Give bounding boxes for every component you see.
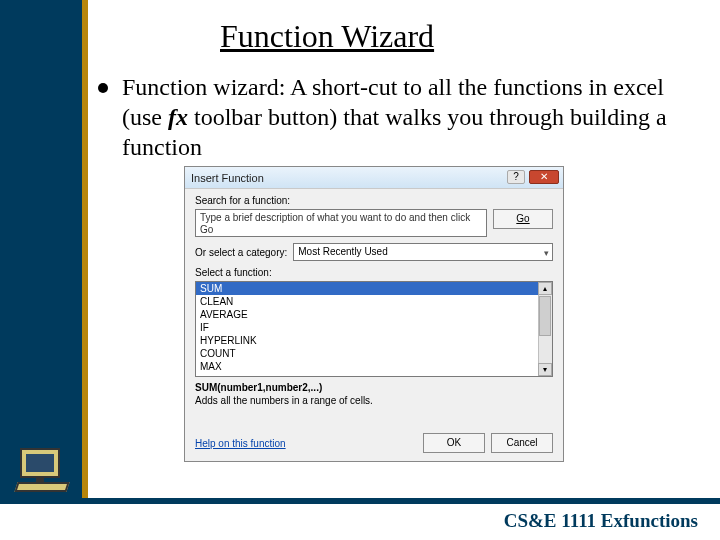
- bullet-post: toolbar button) that walks you through b…: [122, 104, 667, 160]
- insert-function-dialog: Insert Function ? ✕ Search for a functio…: [184, 166, 564, 462]
- category-label: Or select a category:: [195, 247, 287, 258]
- select-function-label: Select a function:: [195, 267, 553, 278]
- bullet-text: Function wizard: A short-cut to all the …: [122, 72, 678, 162]
- list-item[interactable]: AVERAGE: [196, 308, 552, 321]
- fx-emphasis: fx: [168, 104, 188, 130]
- bottom-band: [0, 498, 720, 504]
- dialog-footer: Help on this function OK Cancel: [195, 433, 553, 453]
- category-select[interactable]: Most Recently Used: [293, 243, 553, 261]
- slide-footer: CS&E 1111 Exfunctions: [504, 510, 698, 532]
- category-row: Or select a category: Most Recently Used: [195, 243, 553, 261]
- left-sidebar: [0, 0, 82, 498]
- dialog-body: Search for a function: Type a brief desc…: [185, 189, 563, 418]
- monitor-icon: [20, 448, 60, 478]
- dialog-title: Insert Function: [191, 172, 264, 184]
- list-item[interactable]: SUM: [196, 282, 552, 295]
- list-item[interactable]: COUNT: [196, 347, 552, 360]
- bullet-dot-icon: [98, 83, 108, 93]
- help-link[interactable]: Help on this function: [195, 438, 286, 449]
- go-button[interactable]: Go: [493, 209, 553, 229]
- search-input[interactable]: Type a brief description of what you wan…: [195, 209, 487, 237]
- list-item[interactable]: MAX: [196, 360, 552, 373]
- list-item[interactable]: IF: [196, 321, 552, 334]
- scroll-up-icon[interactable]: ▴: [538, 282, 552, 295]
- function-listbox[interactable]: SUM CLEAN AVERAGE IF HYPERLINK COUNT MAX…: [195, 281, 553, 377]
- dialog-titlebar[interactable]: Insert Function ? ✕: [185, 167, 563, 189]
- search-label: Search for a function:: [195, 195, 553, 206]
- function-description: Adds all the numbers in a range of cells…: [195, 395, 553, 406]
- list-item[interactable]: CLEAN: [196, 295, 552, 308]
- scroll-down-icon[interactable]: ▾: [538, 363, 552, 376]
- titlebar-help-button[interactable]: ?: [507, 170, 525, 184]
- cancel-button[interactable]: Cancel: [491, 433, 553, 453]
- close-icon[interactable]: ✕: [529, 170, 559, 184]
- slide-title: Function Wizard: [220, 18, 434, 55]
- bullet-item: Function wizard: A short-cut to all the …: [98, 72, 678, 162]
- list-item[interactable]: HYPERLINK: [196, 334, 552, 347]
- slide: Function Wizard Function wizard: A short…: [0, 0, 720, 540]
- computer-icon: [16, 448, 68, 496]
- scrollbar[interactable]: ▴ ▾: [538, 282, 552, 376]
- scroll-thumb[interactable]: [539, 296, 551, 336]
- search-row: Type a brief description of what you wan…: [195, 209, 553, 237]
- function-signature: SUM(number1,number2,...): [195, 382, 553, 393]
- gold-strip: [82, 0, 88, 498]
- ok-button[interactable]: OK: [423, 433, 485, 453]
